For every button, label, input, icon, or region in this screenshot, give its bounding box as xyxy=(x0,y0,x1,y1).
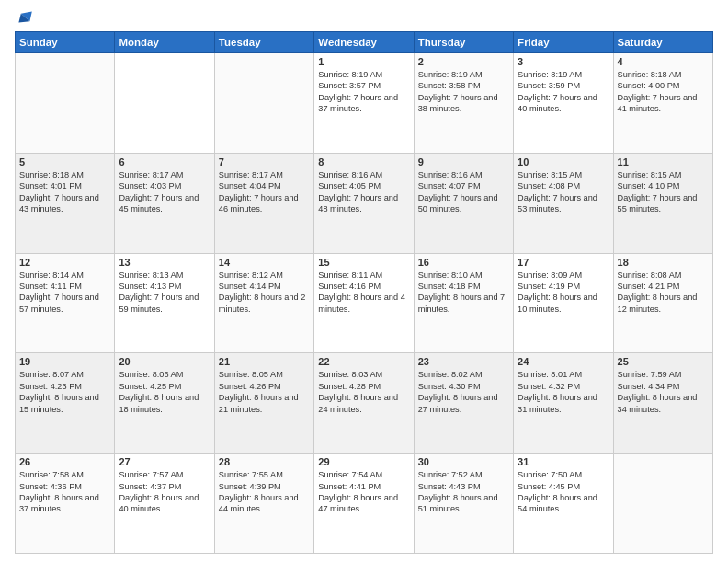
calendar-header-monday: Monday xyxy=(115,32,214,53)
day-info: Sunrise: 8:15 AM Sunset: 4:08 PM Dayligh… xyxy=(518,169,609,215)
page: SundayMondayTuesdayWednesdayThursdayFrid… xyxy=(0,0,728,563)
calendar-week-1: 5Sunrise: 8:18 AM Sunset: 4:01 PM Daylig… xyxy=(16,153,713,253)
day-number: 14 xyxy=(219,257,310,268)
day-number: 20 xyxy=(119,356,210,367)
day-number: 11 xyxy=(618,156,709,167)
day-number: 6 xyxy=(119,156,210,167)
calendar-header-sunday: Sunday xyxy=(16,32,115,53)
day-info: Sunrise: 8:09 AM Sunset: 4:19 PM Dayligh… xyxy=(518,270,609,316)
day-number: 2 xyxy=(418,56,509,67)
day-number: 10 xyxy=(518,156,609,167)
calendar-cell: 5Sunrise: 8:18 AM Sunset: 4:01 PM Daylig… xyxy=(16,153,115,253)
calendar-cell: 2Sunrise: 8:19 AM Sunset: 3:58 PM Daylig… xyxy=(414,53,513,154)
day-number: 9 xyxy=(418,156,509,167)
day-info: Sunrise: 7:57 AM Sunset: 4:37 PM Dayligh… xyxy=(119,469,210,515)
day-number: 29 xyxy=(318,456,409,467)
day-number: 28 xyxy=(219,456,310,467)
day-number: 17 xyxy=(518,257,609,268)
day-info: Sunrise: 8:19 AM Sunset: 3:58 PM Dayligh… xyxy=(418,69,509,115)
day-number: 4 xyxy=(618,56,709,67)
day-number: 16 xyxy=(418,257,509,268)
calendar-header-friday: Friday xyxy=(514,32,613,53)
calendar-cell: 22Sunrise: 8:03 AM Sunset: 4:28 PM Dayli… xyxy=(314,353,414,454)
calendar-cell: 31Sunrise: 7:50 AM Sunset: 4:45 PM Dayli… xyxy=(514,454,613,554)
calendar-cell: 20Sunrise: 8:06 AM Sunset: 4:25 PM Dayli… xyxy=(115,353,214,454)
day-number: 22 xyxy=(318,356,409,367)
logo-icon xyxy=(17,9,33,26)
calendar-cell: 16Sunrise: 8:10 AM Sunset: 4:18 PM Dayli… xyxy=(414,253,513,353)
day-number: 31 xyxy=(518,456,609,467)
day-info: Sunrise: 8:19 AM Sunset: 3:57 PM Dayligh… xyxy=(318,69,409,115)
calendar-cell: 19Sunrise: 8:07 AM Sunset: 4:23 PM Dayli… xyxy=(16,353,115,454)
day-info: Sunrise: 7:58 AM Sunset: 4:36 PM Dayligh… xyxy=(19,469,110,515)
day-number: 26 xyxy=(19,456,110,467)
calendar-week-2: 12Sunrise: 8:14 AM Sunset: 4:11 PM Dayli… xyxy=(16,253,713,353)
day-info: Sunrise: 8:03 AM Sunset: 4:28 PM Dayligh… xyxy=(318,369,409,415)
day-number: 8 xyxy=(318,156,409,167)
day-info: Sunrise: 8:14 AM Sunset: 4:11 PM Dayligh… xyxy=(19,270,110,316)
day-info: Sunrise: 8:17 AM Sunset: 4:03 PM Dayligh… xyxy=(119,169,210,215)
header xyxy=(15,11,713,26)
calendar-cell: 17Sunrise: 8:09 AM Sunset: 4:19 PM Dayli… xyxy=(514,253,613,353)
calendar-cell: 9Sunrise: 8:16 AM Sunset: 4:07 PM Daylig… xyxy=(414,153,513,253)
day-number: 13 xyxy=(119,257,210,268)
day-info: Sunrise: 8:18 AM Sunset: 4:01 PM Dayligh… xyxy=(19,169,110,215)
day-number: 3 xyxy=(518,56,609,67)
calendar-cell xyxy=(16,53,115,154)
calendar-cell: 1Sunrise: 8:19 AM Sunset: 3:57 PM Daylig… xyxy=(314,53,414,154)
day-number: 23 xyxy=(418,356,509,367)
day-number: 25 xyxy=(618,356,709,367)
day-number: 27 xyxy=(119,456,210,467)
calendar-cell xyxy=(214,53,313,154)
day-number: 30 xyxy=(418,456,509,467)
calendar-header-row: SundayMondayTuesdayWednesdayThursdayFrid… xyxy=(16,32,713,53)
logo xyxy=(15,11,33,26)
calendar-header-wednesday: Wednesday xyxy=(314,32,414,53)
day-number: 12 xyxy=(19,257,110,268)
calendar-cell: 26Sunrise: 7:58 AM Sunset: 4:36 PM Dayli… xyxy=(16,454,115,554)
day-info: Sunrise: 8:01 AM Sunset: 4:32 PM Dayligh… xyxy=(518,369,609,415)
day-info: Sunrise: 8:02 AM Sunset: 4:30 PM Dayligh… xyxy=(418,369,509,415)
day-info: Sunrise: 7:54 AM Sunset: 4:41 PM Dayligh… xyxy=(318,469,409,515)
day-info: Sunrise: 8:08 AM Sunset: 4:21 PM Dayligh… xyxy=(618,270,709,316)
day-number: 7 xyxy=(219,156,310,167)
day-info: Sunrise: 8:11 AM Sunset: 4:16 PM Dayligh… xyxy=(318,270,409,316)
calendar-cell: 7Sunrise: 8:17 AM Sunset: 4:04 PM Daylig… xyxy=(214,153,313,253)
day-info: Sunrise: 8:10 AM Sunset: 4:18 PM Dayligh… xyxy=(418,270,509,316)
calendar-table: SundayMondayTuesdayWednesdayThursdayFrid… xyxy=(15,31,713,554)
calendar-cell: 21Sunrise: 8:05 AM Sunset: 4:26 PM Dayli… xyxy=(214,353,313,454)
day-number: 1 xyxy=(318,56,409,67)
day-number: 15 xyxy=(318,257,409,268)
calendar-cell: 24Sunrise: 8:01 AM Sunset: 4:32 PM Dayli… xyxy=(514,353,613,454)
day-info: Sunrise: 8:13 AM Sunset: 4:13 PM Dayligh… xyxy=(119,270,210,316)
calendar-cell: 23Sunrise: 8:02 AM Sunset: 4:30 PM Dayli… xyxy=(414,353,513,454)
calendar-week-3: 19Sunrise: 8:07 AM Sunset: 4:23 PM Dayli… xyxy=(16,353,713,454)
calendar-cell: 3Sunrise: 8:19 AM Sunset: 3:59 PM Daylig… xyxy=(514,53,613,154)
calendar-cell: 12Sunrise: 8:14 AM Sunset: 4:11 PM Dayli… xyxy=(16,253,115,353)
day-info: Sunrise: 7:55 AM Sunset: 4:39 PM Dayligh… xyxy=(219,469,310,515)
day-info: Sunrise: 8:12 AM Sunset: 4:14 PM Dayligh… xyxy=(219,270,310,316)
day-info: Sunrise: 7:50 AM Sunset: 4:45 PM Dayligh… xyxy=(518,469,609,515)
calendar-cell: 14Sunrise: 8:12 AM Sunset: 4:14 PM Dayli… xyxy=(214,253,313,353)
calendar-cell: 29Sunrise: 7:54 AM Sunset: 4:41 PM Dayli… xyxy=(314,454,414,554)
day-number: 24 xyxy=(518,356,609,367)
day-info: Sunrise: 8:17 AM Sunset: 4:04 PM Dayligh… xyxy=(219,169,310,215)
calendar-cell: 8Sunrise: 8:16 AM Sunset: 4:05 PM Daylig… xyxy=(314,153,414,253)
calendar-cell: 15Sunrise: 8:11 AM Sunset: 4:16 PM Dayli… xyxy=(314,253,414,353)
calendar-cell: 4Sunrise: 8:18 AM Sunset: 4:00 PM Daylig… xyxy=(613,53,712,154)
calendar-week-4: 26Sunrise: 7:58 AM Sunset: 4:36 PM Dayli… xyxy=(16,454,713,554)
calendar-cell: 6Sunrise: 8:17 AM Sunset: 4:03 PM Daylig… xyxy=(115,153,214,253)
calendar-cell: 10Sunrise: 8:15 AM Sunset: 4:08 PM Dayli… xyxy=(514,153,613,253)
day-info: Sunrise: 8:15 AM Sunset: 4:10 PM Dayligh… xyxy=(618,169,709,215)
calendar-cell: 25Sunrise: 7:59 AM Sunset: 4:34 PM Dayli… xyxy=(613,353,712,454)
day-info: Sunrise: 8:16 AM Sunset: 4:07 PM Dayligh… xyxy=(418,169,509,215)
calendar-week-0: 1Sunrise: 8:19 AM Sunset: 3:57 PM Daylig… xyxy=(16,53,713,154)
calendar-cell: 28Sunrise: 7:55 AM Sunset: 4:39 PM Dayli… xyxy=(214,454,313,554)
day-info: Sunrise: 8:05 AM Sunset: 4:26 PM Dayligh… xyxy=(219,369,310,415)
day-info: Sunrise: 8:16 AM Sunset: 4:05 PM Dayligh… xyxy=(318,169,409,215)
calendar-header-saturday: Saturday xyxy=(613,32,712,53)
calendar-header-thursday: Thursday xyxy=(414,32,513,53)
day-number: 21 xyxy=(219,356,310,367)
day-number: 5 xyxy=(19,156,110,167)
day-info: Sunrise: 8:06 AM Sunset: 4:25 PM Dayligh… xyxy=(119,369,210,415)
